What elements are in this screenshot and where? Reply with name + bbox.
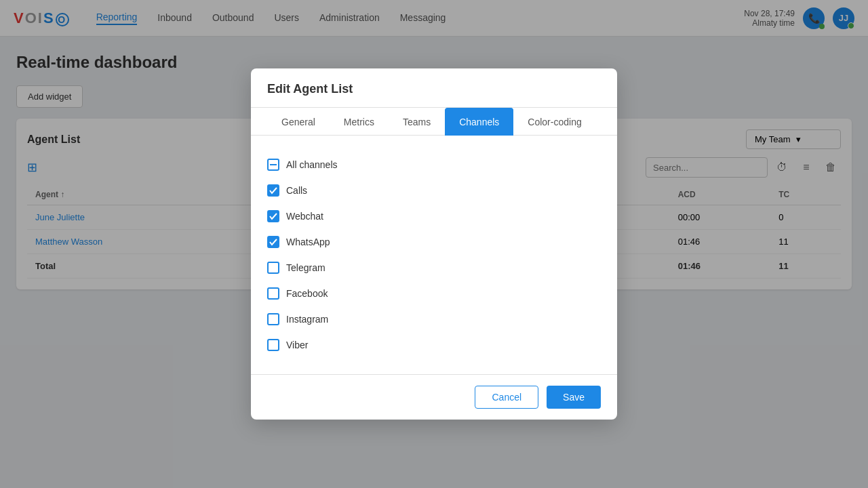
channel-webchat[interactable]: Webchat [267, 203, 601, 229]
tab-teams[interactable]: Teams [389, 108, 445, 136]
checkbox-calls[interactable] [267, 184, 279, 197]
checkbox-all-channels[interactable] [267, 159, 279, 171]
channel-label-whatsapp: WhatsApp [286, 237, 330, 247]
checkbox-facebook[interactable] [267, 287, 279, 300]
checkbox-webchat[interactable] [267, 210, 279, 222]
channel-label-telegram: Telegram [286, 262, 326, 273]
channel-label-viber: Viber [286, 340, 308, 350]
tab-color-coding[interactable]: Color-coding [513, 108, 595, 136]
modal-body: All channels Calls Webchat [251, 136, 617, 374]
channel-label-all-channels: All channels [286, 159, 338, 170]
checkbox-viber[interactable] [267, 339, 279, 351]
channel-telegram[interactable]: Telegram [267, 255, 601, 281]
channel-whatsapp[interactable]: WhatsApp [267, 229, 601, 255]
channel-label-webchat: Webchat [286, 211, 323, 222]
tab-channels[interactable]: Channels [445, 108, 513, 136]
save-button[interactable]: Save [547, 386, 601, 409]
modal-tabs: General Metrics Teams Channels Color-cod… [251, 108, 617, 136]
channel-label-instagram: Instagram [286, 314, 328, 325]
checkbox-whatsapp[interactable] [267, 236, 279, 248]
tab-general[interactable]: General [267, 108, 330, 136]
modal-title: Edit Agent List [267, 82, 353, 96]
channel-label-calls: Calls [286, 185, 307, 196]
channel-instagram[interactable]: Instagram [267, 306, 601, 332]
modal-header: Edit Agent List [251, 68, 617, 108]
edit-agent-list-modal: Edit Agent List General Metrics Teams Ch… [251, 68, 617, 420]
checkbox-telegram[interactable] [267, 262, 279, 274]
channel-label-facebook: Facebook [286, 288, 328, 299]
cancel-button[interactable]: Cancel [475, 386, 538, 409]
checkbox-instagram[interactable] [267, 313, 279, 325]
svg-rect-0 [270, 164, 277, 165]
tab-metrics[interactable]: Metrics [330, 108, 389, 136]
modal-overlay[interactable]: Edit Agent List General Metrics Teams Ch… [0, 0, 868, 488]
channel-calls[interactable]: Calls [267, 178, 601, 203]
channel-all-channels[interactable]: All channels [267, 152, 601, 178]
channel-viber[interactable]: Viber [267, 332, 601, 358]
channel-facebook[interactable]: Facebook [267, 281, 601, 306]
modal-footer: Cancel Save [251, 374, 617, 420]
